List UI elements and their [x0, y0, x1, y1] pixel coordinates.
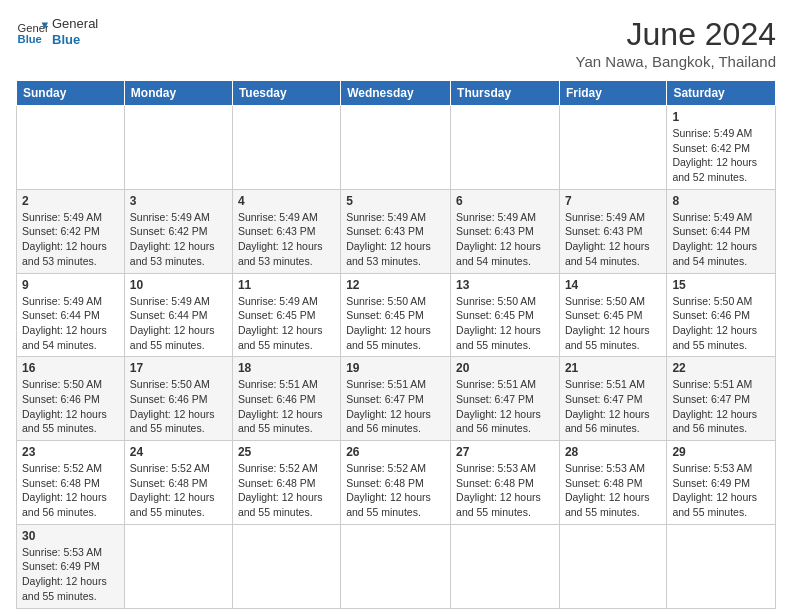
day-number: 23 — [22, 445, 119, 459]
calendar-cell — [667, 524, 776, 608]
day-info: Sunrise: 5:52 AMSunset: 6:48 PMDaylight:… — [22, 461, 119, 520]
calendar-cell: 11Sunrise: 5:49 AMSunset: 6:45 PMDayligh… — [232, 273, 340, 357]
calendar-cell — [232, 524, 340, 608]
day-number: 12 — [346, 278, 445, 292]
day-number: 24 — [130, 445, 227, 459]
logo-blue-text: Blue — [52, 32, 98, 48]
svg-text:Blue: Blue — [18, 33, 42, 45]
calendar-week-6: 30Sunrise: 5:53 AMSunset: 6:49 PMDayligh… — [17, 524, 776, 608]
title-block: June 2024 Yan Nawa, Bangkok, Thailand — [576, 16, 776, 70]
day-number: 28 — [565, 445, 661, 459]
calendar-cell: 18Sunrise: 5:51 AMSunset: 6:46 PMDayligh… — [232, 357, 340, 441]
calendar-cell: 23Sunrise: 5:52 AMSunset: 6:48 PMDayligh… — [17, 441, 125, 525]
day-number: 22 — [672, 361, 770, 375]
day-info: Sunrise: 5:49 AMSunset: 6:45 PMDaylight:… — [238, 294, 335, 353]
day-info: Sunrise: 5:52 AMSunset: 6:48 PMDaylight:… — [238, 461, 335, 520]
calendar-cell: 28Sunrise: 5:53 AMSunset: 6:48 PMDayligh… — [559, 441, 666, 525]
day-number: 18 — [238, 361, 335, 375]
calendar-week-3: 9Sunrise: 5:49 AMSunset: 6:44 PMDaylight… — [17, 273, 776, 357]
calendar-cell: 9Sunrise: 5:49 AMSunset: 6:44 PMDaylight… — [17, 273, 125, 357]
calendar-cell — [232, 106, 340, 190]
day-info: Sunrise: 5:50 AMSunset: 6:46 PMDaylight:… — [672, 294, 770, 353]
day-info: Sunrise: 5:49 AMSunset: 6:42 PMDaylight:… — [22, 210, 119, 269]
day-info: Sunrise: 5:50 AMSunset: 6:45 PMDaylight:… — [456, 294, 554, 353]
day-number: 11 — [238, 278, 335, 292]
day-number: 29 — [672, 445, 770, 459]
day-info: Sunrise: 5:50 AMSunset: 6:45 PMDaylight:… — [565, 294, 661, 353]
day-info: Sunrise: 5:50 AMSunset: 6:45 PMDaylight:… — [346, 294, 445, 353]
weekday-header-friday: Friday — [559, 81, 666, 106]
day-number: 30 — [22, 529, 119, 543]
day-number: 5 — [346, 194, 445, 208]
logo: General Blue General Blue — [16, 16, 98, 48]
weekday-header-thursday: Thursday — [451, 81, 560, 106]
calendar-cell: 17Sunrise: 5:50 AMSunset: 6:46 PMDayligh… — [124, 357, 232, 441]
calendar-week-2: 2Sunrise: 5:49 AMSunset: 6:42 PMDaylight… — [17, 189, 776, 273]
day-info: Sunrise: 5:49 AMSunset: 6:43 PMDaylight:… — [456, 210, 554, 269]
day-number: 16 — [22, 361, 119, 375]
day-info: Sunrise: 5:51 AMSunset: 6:47 PMDaylight:… — [346, 377, 445, 436]
calendar-cell — [124, 106, 232, 190]
weekday-header-monday: Monday — [124, 81, 232, 106]
calendar-cell: 15Sunrise: 5:50 AMSunset: 6:46 PMDayligh… — [667, 273, 776, 357]
day-info: Sunrise: 5:49 AMSunset: 6:43 PMDaylight:… — [346, 210, 445, 269]
calendar-cell — [341, 524, 451, 608]
calendar-cell: 8Sunrise: 5:49 AMSunset: 6:44 PMDaylight… — [667, 189, 776, 273]
calendar-cell: 1Sunrise: 5:49 AMSunset: 6:42 PMDaylight… — [667, 106, 776, 190]
calendar-cell: 22Sunrise: 5:51 AMSunset: 6:47 PMDayligh… — [667, 357, 776, 441]
calendar-cell: 27Sunrise: 5:53 AMSunset: 6:48 PMDayligh… — [451, 441, 560, 525]
calendar-cell: 14Sunrise: 5:50 AMSunset: 6:45 PMDayligh… — [559, 273, 666, 357]
day-info: Sunrise: 5:49 AMSunset: 6:42 PMDaylight:… — [672, 126, 770, 185]
calendar-week-5: 23Sunrise: 5:52 AMSunset: 6:48 PMDayligh… — [17, 441, 776, 525]
day-number: 21 — [565, 361, 661, 375]
day-info: Sunrise: 5:50 AMSunset: 6:46 PMDaylight:… — [130, 377, 227, 436]
day-number: 14 — [565, 278, 661, 292]
day-number: 8 — [672, 194, 770, 208]
calendar-cell: 3Sunrise: 5:49 AMSunset: 6:42 PMDaylight… — [124, 189, 232, 273]
day-info: Sunrise: 5:51 AMSunset: 6:47 PMDaylight:… — [565, 377, 661, 436]
day-info: Sunrise: 5:53 AMSunset: 6:49 PMDaylight:… — [22, 545, 119, 604]
day-number: 2 — [22, 194, 119, 208]
calendar-cell: 7Sunrise: 5:49 AMSunset: 6:43 PMDaylight… — [559, 189, 666, 273]
day-info: Sunrise: 5:53 AMSunset: 6:49 PMDaylight:… — [672, 461, 770, 520]
day-number: 20 — [456, 361, 554, 375]
day-info: Sunrise: 5:52 AMSunset: 6:48 PMDaylight:… — [130, 461, 227, 520]
calendar-cell — [124, 524, 232, 608]
day-number: 4 — [238, 194, 335, 208]
logo-icon: General Blue — [16, 16, 48, 48]
day-info: Sunrise: 5:49 AMSunset: 6:43 PMDaylight:… — [565, 210, 661, 269]
weekday-header-tuesday: Tuesday — [232, 81, 340, 106]
calendar-cell: 5Sunrise: 5:49 AMSunset: 6:43 PMDaylight… — [341, 189, 451, 273]
day-info: Sunrise: 5:50 AMSunset: 6:46 PMDaylight:… — [22, 377, 119, 436]
day-number: 6 — [456, 194, 554, 208]
weekday-header-wednesday: Wednesday — [341, 81, 451, 106]
page-header: General Blue General Blue June 2024 Yan … — [16, 16, 776, 70]
day-number: 27 — [456, 445, 554, 459]
calendar-week-1: 1Sunrise: 5:49 AMSunset: 6:42 PMDaylight… — [17, 106, 776, 190]
calendar-cell: 19Sunrise: 5:51 AMSunset: 6:47 PMDayligh… — [341, 357, 451, 441]
day-info: Sunrise: 5:51 AMSunset: 6:46 PMDaylight:… — [238, 377, 335, 436]
day-info: Sunrise: 5:51 AMSunset: 6:47 PMDaylight:… — [456, 377, 554, 436]
calendar-cell — [451, 106, 560, 190]
calendar-cell: 24Sunrise: 5:52 AMSunset: 6:48 PMDayligh… — [124, 441, 232, 525]
calendar-cell — [17, 106, 125, 190]
day-number: 3 — [130, 194, 227, 208]
day-number: 1 — [672, 110, 770, 124]
day-info: Sunrise: 5:49 AMSunset: 6:44 PMDaylight:… — [672, 210, 770, 269]
calendar-cell: 2Sunrise: 5:49 AMSunset: 6:42 PMDaylight… — [17, 189, 125, 273]
calendar-cell: 4Sunrise: 5:49 AMSunset: 6:43 PMDaylight… — [232, 189, 340, 273]
day-info: Sunrise: 5:53 AMSunset: 6:48 PMDaylight:… — [565, 461, 661, 520]
day-number: 7 — [565, 194, 661, 208]
calendar-cell: 21Sunrise: 5:51 AMSunset: 6:47 PMDayligh… — [559, 357, 666, 441]
day-number: 17 — [130, 361, 227, 375]
calendar-table: SundayMondayTuesdayWednesdayThursdayFrid… — [16, 80, 776, 609]
location-title: Yan Nawa, Bangkok, Thailand — [576, 53, 776, 70]
calendar-cell: 6Sunrise: 5:49 AMSunset: 6:43 PMDaylight… — [451, 189, 560, 273]
calendar-cell: 26Sunrise: 5:52 AMSunset: 6:48 PMDayligh… — [341, 441, 451, 525]
day-info: Sunrise: 5:49 AMSunset: 6:44 PMDaylight:… — [130, 294, 227, 353]
day-number: 13 — [456, 278, 554, 292]
day-number: 26 — [346, 445, 445, 459]
calendar-cell — [559, 524, 666, 608]
day-info: Sunrise: 5:51 AMSunset: 6:47 PMDaylight:… — [672, 377, 770, 436]
day-number: 15 — [672, 278, 770, 292]
